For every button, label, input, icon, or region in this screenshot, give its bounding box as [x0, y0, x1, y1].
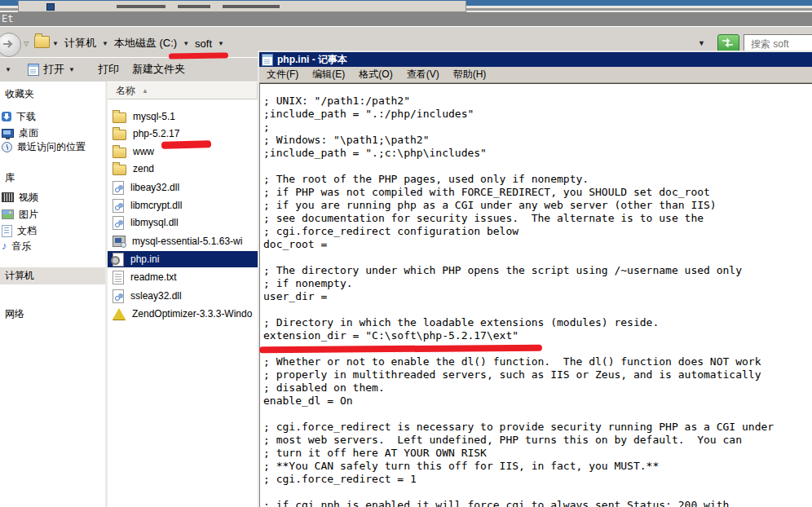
sidebar-item-videos[interactable]: 视频: [0, 190, 38, 205]
file-row[interactable]: readme.txt: [108, 269, 258, 285]
menu-file[interactable]: 文件(F): [267, 68, 298, 82]
sidebar-item-label: 桌面: [19, 126, 38, 140]
print-button-label: 打印: [98, 62, 119, 77]
background-text-smudge: [223, 5, 280, 8]
chevron-down-icon: ▼: [68, 66, 75, 73]
file-name: libmcrypt.dll: [130, 200, 182, 211]
organize-button-cut[interactable]: ▼: [5, 62, 11, 77]
file-name: readme.txt: [130, 271, 177, 283]
file-row[interactable]: mysql-essential-5.1.63-wi: [108, 233, 258, 249]
file-name: www: [133, 146, 154, 157]
background-text-smudge: [178, 5, 210, 8]
breadcrumb: ▼ 计算机 ▼ 本地磁盘 (C:) ▼ soft ▼: [52, 36, 224, 51]
chevron-down-icon[interactable]: ▼: [102, 40, 108, 47]
background-window-icon: [46, 3, 55, 11]
breadcrumb-item-computer[interactable]: 计算机: [64, 36, 96, 51]
notepad-text-area[interactable]: ; UNIX: "/path1:/path2" ;include_path = …: [259, 83, 812, 507]
notepad-icon: [262, 54, 273, 66]
file-name: zend: [133, 163, 154, 174]
sidebar-item-network[interactable]: 网络: [0, 306, 24, 321]
sidebar-item-label: 文档: [17, 224, 37, 238]
file-name: mysql-5.1: [133, 111, 175, 122]
sidebar-item-recent-places[interactable]: 最近访问的位置: [0, 139, 86, 154]
folder-icon: [113, 148, 126, 158]
ini-file-icon: [113, 253, 124, 267]
new-folder-button[interactable]: 新建文件夹: [132, 62, 185, 77]
address-dropdown-icon[interactable]: ▼: [698, 39, 705, 47]
file-name: mysql-essential-5.1.63-wi: [132, 236, 242, 247]
sidebar-item-label: 收藏夹: [5, 87, 34, 101]
file-row[interactable]: php-5.2.17: [108, 126, 258, 142]
file-row[interactable]: libeay32.dll: [108, 179, 258, 196]
chevron-down-icon: ▼: [5, 66, 11, 73]
sidebar-item-computer[interactable]: 计算机: [0, 268, 34, 283]
notepad-titlebar[interactable]: php.ini - 记事本: [259, 52, 812, 67]
picture-icon: [2, 209, 14, 219]
music-note-icon: [2, 240, 7, 252]
file-name: libmysql.dll: [130, 217, 179, 228]
file-row[interactable]: ssleay32.dll: [108, 288, 258, 304]
sort-ascending-icon: ▲: [142, 87, 148, 95]
dll-file-icon: [113, 199, 124, 213]
search-input[interactable]: [749, 37, 812, 51]
breadcrumb-item-local-disk-c[interactable]: 本地磁盘 (C:): [114, 36, 177, 51]
file-row-selected[interactable]: php.ini: [108, 251, 258, 267]
sidebar-item-label: 网络: [5, 307, 24, 321]
sidebar-item-documents[interactable]: 文档: [0, 223, 37, 238]
notepad-icon: [28, 64, 39, 76]
folder-icon: [113, 112, 126, 123]
background-text-smudge: [117, 5, 165, 8]
file-row[interactable]: mysql-5.1: [108, 108, 258, 125]
print-button[interactable]: 打印: [98, 62, 119, 77]
file-row[interactable]: libmcrypt.dll: [108, 197, 258, 214]
file-row[interactable]: ZendOptimizer-3.3.3-Windo: [108, 306, 258, 322]
menu-edit[interactable]: 编辑(E): [312, 68, 345, 82]
open-button[interactable]: 打开 ▼: [28, 62, 75, 77]
chevron-down-icon[interactable]: ▼: [52, 40, 59, 47]
sidebar-item-favorites[interactable]: 收藏夹: [0, 86, 34, 101]
menu-help[interactable]: 帮助(H): [453, 68, 487, 82]
new-folder-button-label: 新建文件夹: [132, 62, 185, 77]
file-row[interactable]: zend: [108, 161, 258, 177]
download-icon: [2, 112, 11, 121]
chevron-down-icon[interactable]: ▼: [218, 40, 224, 47]
column-header-name[interactable]: 名称 ▲: [108, 82, 258, 99]
chevron-down-icon[interactable]: ▼: [183, 40, 189, 47]
sidebar-item-downloads[interactable]: 下载: [0, 109, 36, 124]
background-fragment-text: Et: [2, 13, 13, 24]
sidebar-item-music[interactable]: 音乐: [0, 239, 32, 254]
sidebar-item-label: 下载: [16, 110, 36, 124]
file-name: ZendOptimizer-3.3.3-Windo: [132, 308, 252, 320]
sidebar-item-pictures[interactable]: 图片: [0, 207, 38, 222]
notepad-menubar: 文件(F) 编辑(E) 格式(O) 查看(V) 帮助(H): [259, 67, 812, 83]
sidebar-item-label: 库: [5, 171, 15, 185]
notepad-title: php.ini - 记事本: [277, 53, 347, 67]
open-button-label: 打开: [43, 62, 64, 77]
column-header-label: 名称: [116, 84, 135, 98]
menu-view[interactable]: 查看(V): [407, 68, 439, 82]
breadcrumb-item-soft[interactable]: soft: [195, 37, 212, 50]
dll-file-icon: [113, 216, 124, 230]
notepad-window: php.ini - 记事本 文件(F) 编辑(E) 格式(O) 查看(V) 帮助…: [258, 51, 812, 507]
nav-history-dropdown-icon[interactable]: ▽: [24, 40, 29, 47]
clock-icon: [2, 142, 12, 152]
notepad-content[interactable]: ; UNIX: "/path1:/path2" ;include_path = …: [260, 84, 812, 507]
address-folder-icon: [34, 36, 50, 48]
dll-file-icon: [113, 289, 124, 303]
sidebar-item-label: 最近访问的位置: [17, 140, 86, 154]
dll-file-icon: [113, 181, 124, 195]
installer-icon: [113, 236, 126, 247]
sidebar-item-desktop[interactable]: 桌面: [0, 126, 38, 140]
sidebar-item-label: 视频: [19, 191, 38, 205]
screen: Et ▽ ▼ 计算机 ▼ 本地磁盘 (C:) ▼ soft ▼ ▼ ▼ 打开 ▼…: [0, 0, 812, 507]
folder-icon: [113, 165, 126, 175]
desktop-icon: [2, 129, 14, 138]
file-name: libeay32.dll: [130, 182, 179, 193]
document-icon: [2, 225, 12, 237]
file-row[interactable]: libmysql.dll: [108, 214, 258, 231]
annotation-underline-soft: [169, 52, 228, 59]
sidebar-item-libraries[interactable]: 库: [0, 170, 15, 185]
menu-format[interactable]: 格式(O): [359, 68, 392, 82]
sidebar-item-label: 音乐: [12, 240, 32, 254]
file-name: php.ini: [130, 254, 159, 265]
